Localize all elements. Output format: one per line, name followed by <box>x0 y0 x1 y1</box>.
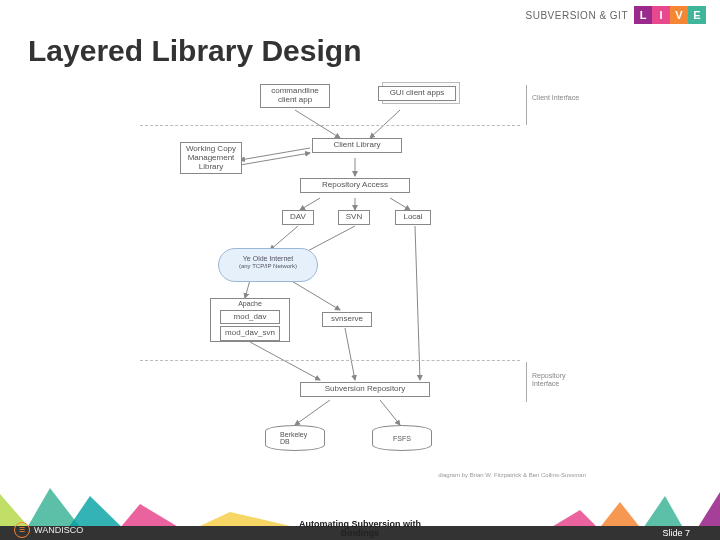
footer-center: Automating Subversion with Bindings <box>299 520 421 538</box>
footer-center-bottom: Bindings <box>299 529 421 538</box>
repo-box: Subversion Repository <box>300 382 430 397</box>
layer-divider <box>140 360 520 361</box>
brace <box>526 362 527 402</box>
svg-line-13 <box>250 342 320 380</box>
bdb-label: Berkeley DB <box>280 431 310 445</box>
svg-line-12 <box>290 280 340 310</box>
svg-line-14 <box>345 328 355 380</box>
repo-access-box: Repository Access <box>300 178 410 193</box>
svg-line-16 <box>380 400 400 425</box>
mod-dav-svn-box: mod_dav_svn <box>220 326 280 341</box>
slide-title: Layered Library Design <box>28 34 361 68</box>
slide-number: Slide 7 <box>662 528 690 538</box>
slide-footer: ☰ WANDISCO Automating Subversion with Bi… <box>0 488 720 540</box>
svg-line-7 <box>390 198 410 210</box>
svg-line-5 <box>300 198 320 210</box>
svg-line-11 <box>245 280 250 298</box>
client-interface-label: Client Interface <box>532 94 579 102</box>
brace <box>526 85 527 125</box>
svg-line-8 <box>270 226 298 250</box>
wc-lib-box: Working Copy Management Library <box>180 142 242 174</box>
bdb-cylinder: Berkeley DB <box>265 425 325 451</box>
svg-line-3 <box>240 153 310 165</box>
wandisco-icon: ☰ <box>14 522 30 538</box>
live-badge: L I V E <box>634 6 706 24</box>
footer-logo: ☰ WANDISCO <box>14 522 83 538</box>
svg-line-2 <box>240 148 310 160</box>
svg-line-15 <box>295 400 330 425</box>
footer-logo-text: WANDISCO <box>34 525 83 535</box>
fsfs-label: FSFS <box>393 435 411 442</box>
cloud-title: Ye Olde Internet <box>219 255 317 263</box>
cloud-sub: (any TCP/IP Network) <box>219 263 317 270</box>
live-e: E <box>688 6 706 24</box>
svg-line-0 <box>295 110 340 138</box>
live-v: V <box>670 6 688 24</box>
live-l: L <box>634 6 652 24</box>
svg-line-10 <box>415 226 420 380</box>
client-library-box: Client Library <box>312 138 402 153</box>
ra-dav-box: DAV <box>282 210 314 225</box>
apache-box: Apache mod_dav mod_dav_svn <box>210 298 290 342</box>
gui-box: GUI client apps <box>378 86 456 101</box>
architecture-diagram: Client Interface Repository Interface co… <box>140 80 590 480</box>
slide-header: SUBVERSION & GIT L I V E <box>526 6 706 24</box>
svg-line-1 <box>370 110 400 138</box>
live-i: I <box>652 6 670 24</box>
fsfs-cylinder: FSFS <box>372 425 432 451</box>
diagram-attribution: diagram by Brian W. Fitzpatrick & Ben Co… <box>438 472 586 478</box>
cli-box: commandline client app <box>260 84 330 108</box>
apache-label: Apache <box>213 300 287 308</box>
layer-divider <box>140 125 520 126</box>
svnserve-box: svnserve <box>322 312 372 327</box>
ra-svn-box: SVN <box>338 210 370 225</box>
ra-local-box: Local <box>395 210 431 225</box>
repo-interface-label: Repository Interface <box>532 372 590 387</box>
mod-dav-box: mod_dav <box>220 310 280 325</box>
internet-cloud: Ye Olde Internet (any TCP/IP Network) <box>218 248 318 282</box>
brand-text: SUBVERSION & GIT <box>526 10 628 21</box>
